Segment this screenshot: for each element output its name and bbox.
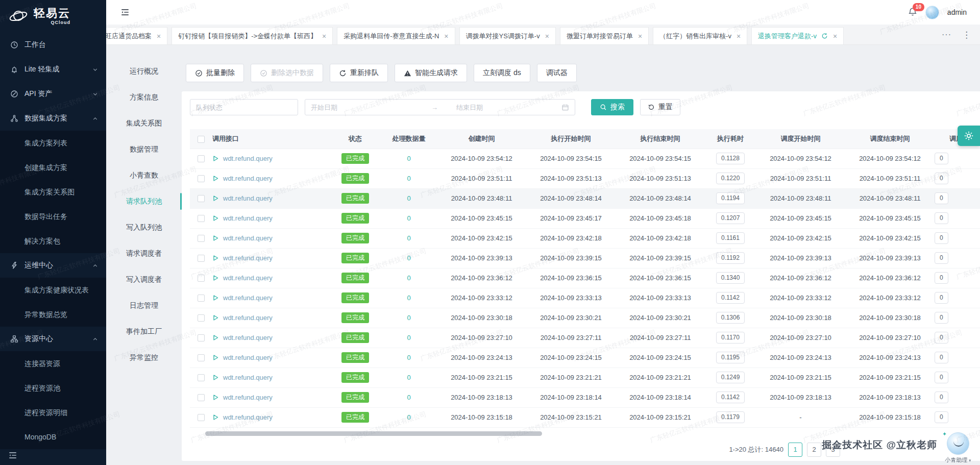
play-icon[interactable] xyxy=(212,314,219,321)
secnav-item-10[interactable]: 事件加工厂 xyxy=(106,319,182,345)
toolbar-button-0[interactable]: 批量删除 xyxy=(186,64,244,82)
sidebar-subitem[interactable]: 进程资源明细 xyxy=(0,400,106,425)
play-icon[interactable] xyxy=(212,275,219,281)
count-link[interactable]: 0 xyxy=(407,354,410,361)
tab-more-icon[interactable]: ··· xyxy=(942,25,951,45)
column-header-6[interactable]: 执行耗时 xyxy=(705,129,756,149)
secnav-item-9[interactable]: 日志管理 xyxy=(106,292,182,319)
assistant-avatar[interactable] xyxy=(947,432,969,455)
date-range-picker[interactable]: → xyxy=(305,99,575,115)
api-link[interactable]: wdt.refund.query xyxy=(223,354,273,361)
count-link[interactable]: 0 xyxy=(407,294,410,302)
settings-gear-button[interactable] xyxy=(958,126,980,146)
count-link[interactable]: 0 xyxy=(407,194,410,202)
row-checkbox[interactable] xyxy=(198,295,205,302)
sidebar-subitem[interactable]: 数据导出任务 xyxy=(0,204,106,229)
horizontal-scrollbar[interactable] xyxy=(190,431,980,436)
sidebar-subitem[interactable]: 集成方案列表 xyxy=(0,131,106,155)
sidebar-subitem[interactable]: 集成方案关系图 xyxy=(0,180,106,204)
play-icon[interactable] xyxy=(212,255,219,261)
sidebar-item-4[interactable]: 运维中心 xyxy=(0,253,106,278)
api-link[interactable]: wdt.refund.query xyxy=(223,413,273,421)
sidebar-subitem[interactable]: 解决方案包 xyxy=(0,229,106,253)
play-icon[interactable] xyxy=(212,374,219,381)
count-link[interactable]: 0 xyxy=(407,214,410,222)
column-header-5[interactable]: 执行结束时间 xyxy=(616,129,705,149)
sidebar-subitem[interactable]: 进程资源池 xyxy=(0,376,106,400)
api-link[interactable]: wdt.refund.query xyxy=(223,234,273,242)
sidebar-item-0[interactable]: 工作台 xyxy=(0,33,106,57)
toolbar-button-3[interactable]: 智能生成请求 xyxy=(395,64,467,82)
column-header-1[interactable]: 状态 xyxy=(330,129,381,149)
api-link[interactable]: wdt.refund.query xyxy=(223,374,273,381)
sidebar-item-3[interactable]: 数据集成方案 xyxy=(0,106,106,131)
play-icon[interactable] xyxy=(212,394,219,401)
row-checkbox[interactable] xyxy=(198,275,205,282)
column-header-8[interactable]: 调度结束时间 xyxy=(845,129,935,149)
count-link[interactable]: 0 xyxy=(407,413,410,421)
tab-4[interactable]: 微盟订单对接管易订单× xyxy=(560,27,649,44)
tab-menu-icon[interactable]: ⋮ xyxy=(962,25,971,45)
row-checkbox[interactable] xyxy=(198,414,205,421)
user-avatar[interactable] xyxy=(925,6,939,19)
column-header-2[interactable]: 处理数据量 xyxy=(381,129,437,149)
row-checkbox[interactable] xyxy=(198,374,205,381)
tab-2[interactable]: 采购退料单回传-赛意直接生成-N× xyxy=(337,27,455,44)
column-header-4[interactable]: 执行开始时间 xyxy=(526,129,616,149)
assistant-mascot[interactable]: 小青助理 xyxy=(940,432,976,464)
count-link[interactable]: 0 xyxy=(407,334,410,341)
toolbar-button-1[interactable]: 删除选中数据 xyxy=(251,64,323,82)
row-checkbox[interactable] xyxy=(198,314,205,322)
sidebar-item-2[interactable]: API 资产 xyxy=(0,82,106,106)
tab-close-icon[interactable]: × xyxy=(833,33,837,40)
row-checkbox[interactable] xyxy=(198,235,205,242)
row-checkbox[interactable] xyxy=(198,255,205,262)
play-icon[interactable] xyxy=(212,215,219,222)
api-link[interactable]: wdt.refund.query xyxy=(223,194,273,202)
sidebar-item-1[interactable]: Lite 轻集成 xyxy=(0,57,106,82)
sidebar-subitem[interactable]: 异常数据总览 xyxy=(0,302,106,327)
play-icon[interactable] xyxy=(212,414,219,421)
search-button[interactable]: 搜索 xyxy=(591,99,633,115)
count-link[interactable]: 0 xyxy=(407,234,410,242)
api-link[interactable]: wdt.refund.query xyxy=(223,294,273,302)
tab-close-icon[interactable]: × xyxy=(157,33,161,40)
count-link[interactable]: 0 xyxy=(407,254,410,262)
row-checkbox[interactable] xyxy=(198,195,205,202)
sidebar-subitem[interactable]: MongoDB xyxy=(0,425,106,449)
api-link[interactable]: wdt.refund.query xyxy=(223,394,273,401)
play-icon[interactable] xyxy=(212,155,219,162)
row-checkbox[interactable] xyxy=(198,354,205,361)
tab-close-icon[interactable]: × xyxy=(444,33,448,40)
play-icon[interactable] xyxy=(212,175,219,182)
play-icon[interactable] xyxy=(212,235,219,241)
reset-button[interactable]: 重置 xyxy=(640,99,680,115)
tab-close-icon[interactable]: × xyxy=(322,33,326,40)
start-date-input[interactable] xyxy=(311,104,413,111)
secnav-item-1[interactable]: 方案信息 xyxy=(106,84,182,110)
sidebar-subitem[interactable]: 创建集成方案 xyxy=(0,155,106,180)
menu-fold-icon[interactable] xyxy=(120,8,130,17)
tab-5[interactable]: （红字）销售出库审核-v× xyxy=(653,27,747,44)
play-icon[interactable] xyxy=(212,354,219,361)
end-date-input[interactable] xyxy=(456,104,558,111)
row-checkbox[interactable] xyxy=(198,175,205,182)
secnav-item-4[interactable]: 小青查数 xyxy=(106,162,182,188)
tab-1[interactable]: 钉钉报销【项目报销类】->金蝶付款单【班西】× xyxy=(172,27,333,44)
tab-6[interactable]: 退换管理客户退款-v× xyxy=(751,27,844,44)
row-checkbox[interactable] xyxy=(198,215,205,222)
secnav-item-5[interactable]: 请求队列池 xyxy=(106,188,182,214)
secnav-item-8[interactable]: 写入调度者 xyxy=(106,266,182,292)
count-link[interactable]: 0 xyxy=(407,314,410,322)
toolbar-button-4[interactable]: 立刻调度 ds xyxy=(474,64,530,82)
tab-close-icon[interactable]: × xyxy=(737,33,741,40)
api-link[interactable]: wdt.refund.query xyxy=(223,254,273,262)
column-header-0[interactable]: 调用接口 xyxy=(212,129,330,149)
secnav-item-11[interactable]: 异常监控 xyxy=(106,345,182,371)
count-link[interactable]: 0 xyxy=(407,155,410,162)
play-icon[interactable] xyxy=(212,195,219,202)
toolbar-button-5[interactable]: 调试器 xyxy=(537,64,577,82)
assistant-label[interactable]: 小青助理 xyxy=(940,456,976,464)
row-checkbox[interactable] xyxy=(198,394,205,401)
tab-3[interactable]: 调拨单对接YS调拨订单-v× xyxy=(459,27,556,44)
